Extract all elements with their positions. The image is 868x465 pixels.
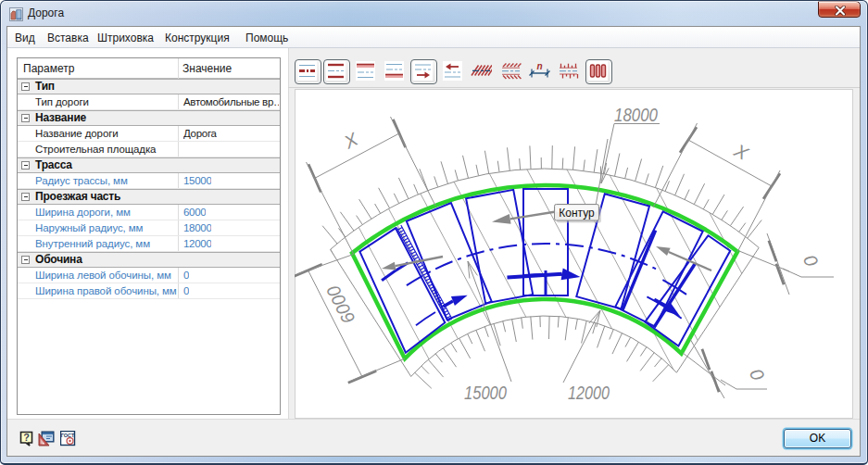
svg-text:12000: 12000 xyxy=(568,383,610,403)
svg-text:18000: 18000 xyxy=(614,105,658,125)
svg-text:6000: 6000 xyxy=(322,283,359,327)
svg-text:X: X xyxy=(340,129,361,153)
svg-text:?: ? xyxy=(23,432,30,443)
svg-text:0: 0 xyxy=(799,252,823,270)
svg-text:Контур: Контур xyxy=(559,207,595,220)
svg-text:n: n xyxy=(536,61,542,71)
svg-text:ГОСТ: ГОСТ xyxy=(61,433,75,438)
svg-text:0: 0 xyxy=(746,366,769,383)
svg-text:15000: 15000 xyxy=(464,383,507,403)
svg-text:X: X xyxy=(730,140,752,164)
